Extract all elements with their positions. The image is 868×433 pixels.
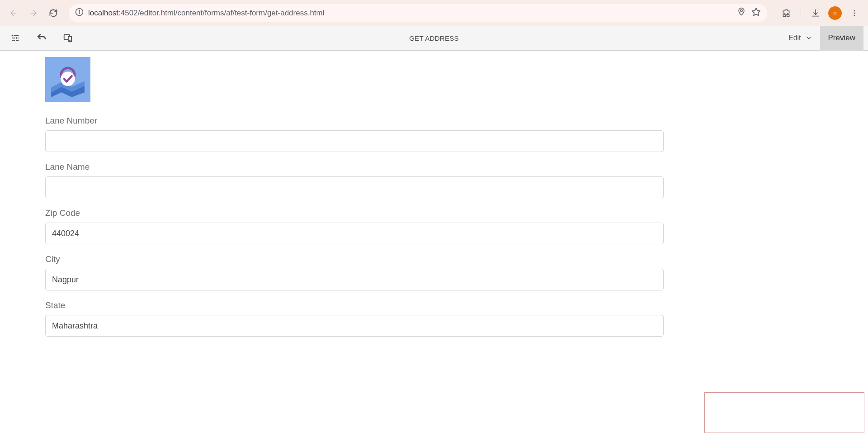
location-icon[interactable]: [737, 7, 746, 19]
svg-point-15: [13, 40, 15, 42]
download-icon: [811, 9, 820, 18]
url-path: :4502/editor.html/content/forms/af/test-…: [118, 9, 324, 17]
back-button[interactable]: [5, 5, 22, 21]
svg-rect-17: [16, 40, 19, 41]
svg-point-9: [854, 14, 855, 16]
downloads-button[interactable]: [807, 5, 824, 21]
form-area: Lane Number Lane Name Zip Code City Stat…: [0, 51, 868, 337]
field-lane-number: Lane Number: [45, 116, 823, 152]
undo-icon: [36, 33, 47, 43]
mode-select-label: Edit: [788, 34, 801, 42]
svg-point-4: [79, 10, 80, 10]
preview-button[interactable]: Preview: [820, 26, 863, 51]
field-lane-name: Lane Name: [45, 162, 823, 198]
bookmark-icon[interactable]: [751, 7, 761, 19]
input-city[interactable]: [45, 269, 664, 290]
site-info-icon[interactable]: [75, 8, 84, 19]
svg-rect-16: [12, 40, 13, 41]
svg-point-8: [854, 12, 855, 14]
label-lane-name: Lane Name: [45, 162, 823, 172]
field-city: City: [45, 254, 823, 290]
label-state: State: [45, 300, 823, 310]
browser-chrome: localhost:4502/editor.html/content/forms…: [0, 0, 868, 26]
preview-label: Preview: [828, 33, 855, 43]
svg-point-12: [16, 37, 18, 39]
arrow-right-icon: [29, 9, 38, 18]
field-zip-code: Zip Code: [45, 208, 823, 244]
field-state: State: [45, 300, 823, 337]
url-host: localhost: [88, 9, 118, 17]
label-city: City: [45, 254, 823, 264]
profile-avatar[interactable]: n: [828, 6, 842, 20]
editor-toolbar: GET ADDRESS Edit Preview: [0, 26, 868, 51]
svg-point-10: [12, 35, 14, 37]
svg-marker-6: [752, 8, 760, 15]
svg-rect-11: [14, 35, 19, 36]
form-logo: [45, 57, 90, 102]
svg-point-7: [854, 10, 855, 11]
overlay-box: [704, 392, 864, 433]
chevron-down-icon: [806, 35, 812, 41]
input-zip-code[interactable]: [45, 223, 664, 244]
reload-button[interactable]: [45, 5, 61, 21]
svg-point-5: [741, 10, 742, 11]
label-zip-code: Zip Code: [45, 208, 823, 218]
side-panel-toggle[interactable]: [5, 28, 26, 48]
svg-rect-13: [12, 38, 15, 38]
address-bar[interactable]: localhost:4502/editor.html/content/forms…: [69, 4, 767, 22]
reload-icon: [49, 9, 58, 18]
mode-select[interactable]: Edit: [780, 26, 820, 51]
chrome-menu-button[interactable]: [846, 5, 863, 21]
url-text: localhost:4502/editor.html/content/forms…: [88, 9, 325, 18]
svg-point-20: [70, 40, 70, 41]
svg-point-25: [61, 71, 75, 86]
avatar-letter: n: [833, 10, 837, 17]
extensions-button[interactable]: [778, 5, 794, 21]
label-lane-number: Lane Number: [45, 116, 823, 126]
kebab-icon: [850, 9, 859, 17]
devices-icon: [63, 33, 73, 43]
svg-rect-14: [18, 38, 19, 38]
secure-map-icon: [48, 60, 88, 100]
input-state[interactable]: [45, 315, 664, 337]
input-lane-number[interactable]: [45, 130, 664, 152]
emulator-button[interactable]: [57, 28, 79, 48]
forward-button[interactable]: [25, 5, 42, 21]
arrow-left-icon: [9, 9, 18, 18]
divider: [801, 8, 801, 18]
undo-button[interactable]: [31, 28, 52, 48]
input-lane-name[interactable]: [45, 176, 664, 198]
page-title: GET ADDRESS: [409, 34, 459, 42]
side-panel-icon: [10, 33, 20, 43]
extensions-icon: [782, 9, 791, 18]
